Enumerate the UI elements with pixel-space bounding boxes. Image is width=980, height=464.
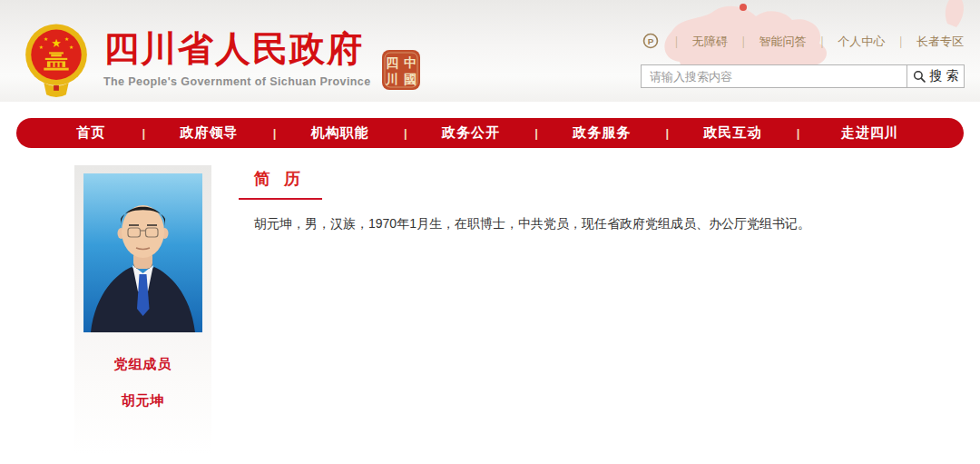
svg-text:★: ★ (39, 44, 44, 50)
utility-link-senior-zone[interactable]: 长者专区 (916, 34, 964, 50)
nav-item-public-interaction[interactable]: 政民互动 (669, 124, 797, 142)
sichuan-china-seal-icon: 四 川 中 國 (381, 49, 421, 91)
map-watermark-fragment (944, 0, 967, 27)
utility-separator: ｜ (671, 34, 682, 50)
svg-text:P: P (648, 35, 654, 45)
seal-char: 四 (386, 55, 398, 70)
seal-char: 國 (404, 72, 416, 86)
site-title-block: 四川省人民政府 The People's Government of Sichu… (103, 30, 371, 88)
utility-separator: ｜ (895, 34, 906, 50)
china-national-emblem-icon: ★ ★ ★ ★ ★ (24, 22, 89, 98)
resume-heading-underline (239, 198, 322, 200)
search-icon (913, 70, 926, 84)
official-portrait-photo (83, 173, 202, 332)
svg-text:★: ★ (64, 36, 69, 42)
search-button-label: 搜 索 (930, 68, 959, 84)
resume-section: 简 历 胡元坤，男，汉族，1970年1月生，在职博士，中共党员，现任省政府党组成… (239, 168, 965, 234)
site-header: ★ ★ ★ ★ ★ 四川省人民政府 The People's Governmen… (0, 0, 980, 102)
profile-name: 胡元坤 (74, 392, 211, 410)
official-profile-card: 党组成员 胡元坤 (74, 165, 211, 454)
map-marker-dot (740, 4, 747, 11)
nav-item-home[interactable]: 首页 (40, 124, 142, 142)
resume-heading: 简 历 (239, 168, 965, 190)
svg-text:★: ★ (69, 44, 74, 50)
utility-link-smart-qa[interactable]: 智能问答 (760, 34, 807, 50)
svg-text:★: ★ (44, 36, 48, 42)
seal-char: 川 (385, 72, 398, 86)
seal-char: 中 (404, 55, 416, 70)
nav-item-discover-sichuan[interactable]: 走进四川 (799, 124, 940, 142)
search-button[interactable]: 搜 索 (906, 64, 965, 88)
search-input[interactable] (641, 64, 907, 88)
accessibility-icon[interactable]: P (642, 33, 659, 52)
main-nav: 首页 | 政府领导 | 机构职能 | 政务公开 | 政务服务 | 政民互动 | … (16, 118, 964, 148)
site-subtitle: The People's Government of Sichuan Provi… (103, 75, 371, 88)
utility-links: P ｜ 无障碍 ｜ 智能问答 ｜ 个人中心 ｜ 长者专区 (642, 33, 964, 51)
utility-link-personal-center[interactable]: 个人中心 (838, 34, 885, 50)
utility-separator: ｜ (817, 34, 828, 50)
nav-item-government-services[interactable]: 政务服务 (538, 124, 666, 142)
utility-link-accessibility[interactable]: 无障碍 (692, 34, 728, 50)
nav-item-government-affairs-disclosure[interactable]: 政务公开 (407, 124, 535, 142)
nav-item-institutional-functions[interactable]: 机构职能 (276, 124, 404, 142)
search-bar: 搜 索 (641, 64, 965, 88)
nav-item-government-leaders[interactable]: 政府领导 (145, 124, 273, 142)
profile-group-title: 党组成员 (74, 356, 211, 373)
svg-text:★: ★ (51, 36, 62, 50)
utility-separator: ｜ (738, 34, 750, 50)
resume-bio-text: 胡元坤，男，汉族，1970年1月生，在职博士，中共党员，现任省政府党组成员、办公… (239, 214, 965, 234)
site-title: 四川省人民政府 (103, 30, 371, 69)
